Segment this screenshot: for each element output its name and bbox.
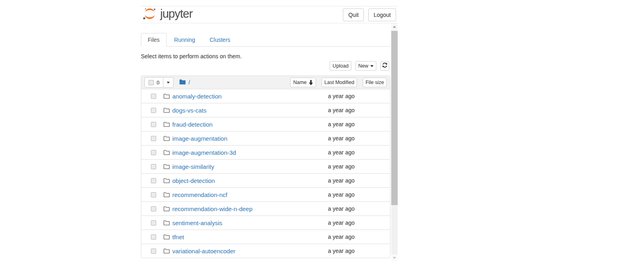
item-name-link[interactable]: fraud-detection: [172, 121, 294, 128]
item-name-link[interactable]: image-similarity: [172, 163, 294, 170]
row-checkbox[interactable]: [151, 122, 156, 127]
table-row: image-augmentation a year ago: [141, 131, 390, 145]
tab-clusters[interactable]: Clusters: [203, 33, 237, 47]
table-row: sentiment-analysis a year ago: [141, 216, 390, 230]
folder-icon: [163, 121, 170, 127]
sort-by-modified-button[interactable]: Last Modified: [322, 78, 357, 87]
select-all-group: 0: [144, 77, 173, 88]
scrollbar-down-button[interactable]: [391, 255, 398, 261]
row-checkbox[interactable]: [151, 108, 156, 113]
folder-icon: [163, 135, 170, 141]
table-row: anomaly-detection a year ago: [141, 89, 390, 103]
item-last-modified: a year ago: [294, 220, 355, 226]
row-checkbox[interactable]: [151, 178, 156, 183]
item-name-link[interactable]: recommendation-ncf: [172, 191, 294, 198]
jupyter-logo[interactable]: jupyter: [142, 7, 192, 23]
item-last-modified: a year ago: [294, 177, 355, 184]
row-checkbox[interactable]: [151, 164, 156, 169]
scrollbar-track[interactable]: [391, 23, 398, 261]
table-row: image-similarity a year ago: [141, 159, 390, 173]
table-row: tfnet a year ago: [141, 230, 390, 244]
list-header: 0 /: [141, 76, 390, 89]
row-checkbox[interactable]: [151, 234, 156, 240]
file-list: 0 /: [141, 76, 390, 258]
refresh-button[interactable]: [380, 61, 389, 71]
item-last-modified: a year ago: [294, 191, 355, 198]
table-row: image-augmentation-3d a year ago: [141, 145, 390, 159]
scrollbar-thumb[interactable]: [391, 31, 398, 205]
item-last-modified: a year ago: [294, 149, 355, 156]
jupyter-logo-icon: [142, 7, 157, 23]
table-row: fraud-detection a year ago: [141, 117, 390, 131]
item-last-modified: a year ago: [294, 121, 355, 127]
row-checkbox[interactable]: [151, 136, 156, 141]
scrollbar-up-button[interactable]: [391, 23, 398, 30]
folder-icon: [163, 164, 170, 169]
item-name-link[interactable]: image-augmentation: [172, 135, 294, 142]
selected-count: 0: [157, 80, 159, 86]
item-last-modified: a year ago: [294, 248, 355, 254]
table-row: object-detection a year ago: [141, 173, 390, 187]
action-toolbar: Upload New: [141, 61, 390, 71]
scroll-up-arrow-icon: [393, 26, 396, 28]
item-name-link[interactable]: tfnet: [172, 234, 294, 240]
select-all-checkbox[interactable]: [149, 80, 154, 85]
select-all-segment[interactable]: 0: [145, 78, 163, 87]
item-last-modified: a year ago: [294, 205, 355, 212]
folder-icon: [163, 192, 170, 197]
sort-descending-arrow-icon: [309, 80, 313, 85]
table-row: dogs-vs-cats a year ago: [141, 103, 390, 117]
scroll-region: Files Running Clusters Select items to p…: [141, 23, 398, 258]
row-checkbox[interactable]: [151, 94, 156, 99]
table-row: recommendation-ncf a year ago: [141, 187, 390, 201]
breadcrumb: /: [179, 79, 190, 86]
caret-down-icon: [370, 65, 374, 69]
folder-icon: [163, 93, 170, 99]
item-last-modified: a year ago: [294, 135, 355, 142]
item-name-link[interactable]: recommendation-wide-n-deep: [172, 205, 294, 212]
folder-icon: [163, 248, 170, 254]
tab-files[interactable]: Files: [141, 33, 167, 47]
row-checkbox[interactable]: [151, 192, 156, 197]
folder-icon: [163, 107, 170, 113]
item-name-link[interactable]: object-detection: [172, 177, 294, 184]
row-checkbox[interactable]: [151, 248, 156, 254]
upload-button[interactable]: Upload: [330, 61, 351, 71]
item-last-modified: a year ago: [294, 163, 355, 170]
item-last-modified: a year ago: [294, 107, 355, 113]
refresh-icon: [382, 62, 388, 70]
row-checkbox[interactable]: [151, 150, 156, 155]
new-dropdown-button[interactable]: New: [355, 61, 376, 71]
table-row: variational-autoencoder a year ago: [141, 244, 390, 258]
instruction-text: Select items to perform actions on them.: [141, 53, 390, 60]
item-name-link[interactable]: variational-autoencoder: [172, 248, 294, 255]
item-name-link[interactable]: image-augmentation-3d: [172, 149, 294, 156]
breadcrumb-root-link[interactable]: /: [188, 79, 190, 86]
tab-running[interactable]: Running: [167, 33, 202, 47]
sort-by-name-button[interactable]: Name: [290, 78, 316, 87]
item-name-link[interactable]: dogs-vs-cats: [172, 107, 294, 114]
item-name-link[interactable]: sentiment-analysis: [172, 220, 294, 226]
jupyter-file-browser: jupyter Quit Logout Files Running Cluste…: [141, 6, 398, 258]
main-content: Files Running Clusters Select items to p…: [141, 23, 390, 258]
tab-bar: Files Running Clusters: [141, 33, 390, 47]
row-checkbox[interactable]: [151, 206, 156, 211]
logout-button[interactable]: Logout: [368, 8, 396, 21]
app-header: jupyter Quit Logout: [141, 6, 398, 23]
item-name-link[interactable]: anomaly-detection: [172, 93, 294, 100]
folder-icon: [163, 150, 170, 155]
folder-icon: [163, 234, 170, 240]
logo-wordmark: jupyter: [160, 7, 192, 21]
folder-icon: [163, 220, 170, 226]
row-checkbox[interactable]: [151, 220, 156, 226]
quit-button[interactable]: Quit: [343, 8, 364, 21]
folder-icon: [163, 206, 170, 211]
caret-down-icon: [167, 82, 170, 85]
select-filter-dropdown[interactable]: [163, 78, 173, 87]
folder-icon: [163, 178, 170, 183]
item-last-modified: a year ago: [294, 93, 355, 99]
header-buttons: Quit Logout: [339, 8, 396, 21]
breadcrumb-folder-icon: [179, 79, 186, 86]
item-last-modified: a year ago: [294, 234, 355, 240]
sort-by-size-button[interactable]: File size: [363, 78, 387, 87]
